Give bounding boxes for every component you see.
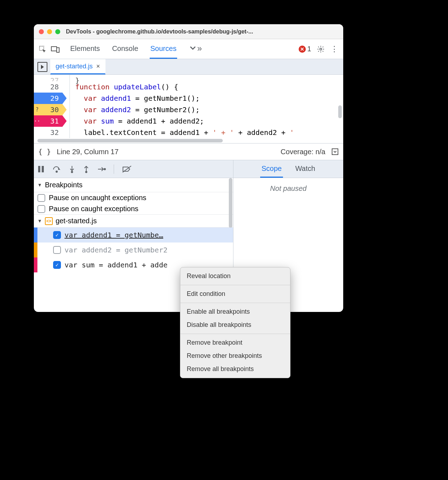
editor-vertical-scrollbar[interactable] xyxy=(338,105,342,118)
error-count[interactable]: ✕ 1 xyxy=(299,45,311,53)
close-icon[interactable] xyxy=(39,29,44,34)
close-tab-icon[interactable]: × xyxy=(96,63,100,70)
pause-icon[interactable] xyxy=(37,165,45,173)
breakpoint-marker-icon xyxy=(34,242,37,257)
collapse-pane-icon[interactable] xyxy=(331,148,339,156)
tab-watch[interactable]: Watch xyxy=(294,160,316,178)
chevron-down-icon: ▼ xyxy=(37,218,42,224)
chevron-down-icon: ▼ xyxy=(37,182,42,188)
breakpoint-entry[interactable]: ✓ var addend1 = getNumbe… xyxy=(34,228,233,242)
step-into-icon[interactable] xyxy=(69,165,75,173)
context-menu: Reveal location Edit condition Enable al… xyxy=(180,267,290,378)
kebab-menu-icon[interactable]: ⋮ xyxy=(330,45,338,54)
svg-point-10 xyxy=(104,168,105,170)
svg-point-8 xyxy=(71,171,73,173)
checkbox-unchecked-icon[interactable] xyxy=(37,205,45,213)
ctx-remove-other[interactable]: Remove other breakpoints xyxy=(180,349,290,362)
editor-horizontal-scrollbar[interactable] xyxy=(34,138,343,143)
breakpoint-file-header[interactable]: ▼ <> get-started.js xyxy=(34,214,233,228)
step-icon[interactable] xyxy=(97,166,106,172)
line-gutter-breakpoint[interactable]: 29 xyxy=(34,93,62,104)
line-gutter-conditional-breakpoint[interactable]: ?30 xyxy=(34,104,62,115)
pane-scrollbar[interactable] xyxy=(229,178,232,228)
svg-rect-4 xyxy=(332,149,338,155)
ctx-remove[interactable]: Remove breakpoint xyxy=(180,336,290,349)
breakpoint-entry[interactable]: var addend2 = getNumber2 xyxy=(34,242,233,257)
not-paused-label: Not paused xyxy=(233,178,343,193)
window-title: DevTools - googlechrome.github.io/devtoo… xyxy=(66,28,253,35)
svg-point-3 xyxy=(320,48,322,50)
titlebar: DevTools - googlechrome.github.io/devtoo… xyxy=(34,24,343,39)
panel-tabs: Elements Console Sources » xyxy=(69,39,203,59)
navigator-toggle-icon[interactable] xyxy=(37,62,47,72)
traffic-lights xyxy=(39,29,60,34)
svg-rect-2 xyxy=(57,48,59,52)
maximize-icon[interactable] xyxy=(55,29,60,34)
js-file-icon: <> xyxy=(45,217,53,225)
minimize-icon[interactable] xyxy=(47,29,52,34)
tab-scope[interactable]: Scope xyxy=(260,160,283,178)
svg-point-7 xyxy=(56,171,57,172)
breakpoints-section[interactable]: ▼ Breakpoints xyxy=(34,178,233,192)
checkbox-unchecked-icon[interactable] xyxy=(53,246,61,254)
settings-icon[interactable] xyxy=(317,45,325,53)
line-gutter-logpoint[interactable]: ··31 xyxy=(34,115,62,127)
line-gutter[interactable]: 28 xyxy=(34,81,62,93)
pretty-print-icon[interactable]: { } xyxy=(38,147,51,156)
ctx-disable-all[interactable]: Disable all breakpoints xyxy=(180,318,290,332)
breakpoint-marker-icon xyxy=(34,257,37,272)
tab-sources[interactable]: Sources xyxy=(150,39,177,59)
breakpoint-label: var addend1 = getNumbe… xyxy=(65,231,230,239)
main-toolbar: Elements Console Sources » ✕ 1 ⋮ xyxy=(34,39,343,59)
debug-controls xyxy=(34,160,233,178)
ctx-edit-condition[interactable]: Edit condition xyxy=(180,287,290,301)
file-tab-get-started[interactable]: get-started.js × xyxy=(50,59,105,74)
svg-rect-5 xyxy=(38,166,40,172)
checkbox-unchecked-icon[interactable] xyxy=(37,194,45,202)
svg-rect-6 xyxy=(42,166,44,172)
tab-elements[interactable]: Elements xyxy=(69,39,101,59)
file-tabs: get-started.js × xyxy=(34,59,343,75)
ctx-enable-all[interactable]: Enable all breakpoints xyxy=(180,305,290,318)
editor-statusbar: { } Line 29, Column 17 Coverage: n/a xyxy=(34,143,343,160)
step-out-icon[interactable] xyxy=(83,165,89,173)
inspect-element-icon[interactable] xyxy=(37,43,48,55)
checkbox-checked-icon[interactable]: ✓ xyxy=(53,231,61,239)
file-tab-label: get-started.js xyxy=(56,63,93,70)
deactivate-breakpoints-icon[interactable] xyxy=(122,165,132,173)
device-mode-icon[interactable] xyxy=(50,43,61,55)
error-badge-icon: ✕ xyxy=(299,46,306,53)
step-over-icon[interactable] xyxy=(52,165,61,173)
scope-watch-tabs: Scope Watch xyxy=(233,160,343,178)
pause-caught-option[interactable]: Pause on caught exceptions xyxy=(34,203,233,214)
line-gutter[interactable]: 32 xyxy=(34,127,62,138)
breakpoint-label: var addend2 = getNumber2 xyxy=(65,246,230,254)
cursor-position: Line 29, Column 17 xyxy=(57,148,118,156)
svg-rect-1 xyxy=(51,47,57,51)
ctx-remove-all[interactable]: Remove all breakpoints xyxy=(180,362,290,376)
checkbox-checked-icon[interactable]: ✓ xyxy=(53,261,61,269)
breakpoint-marker-icon xyxy=(34,228,37,242)
tab-console[interactable]: Console xyxy=(111,39,139,59)
more-tabs-icon[interactable]: » xyxy=(188,39,202,59)
coverage-label: Coverage: n/a xyxy=(280,148,325,156)
code-editor[interactable]: 27 } 28 function updateLabel() { 29 var … xyxy=(34,75,343,138)
ctx-reveal-location[interactable]: Reveal location xyxy=(180,270,290,283)
pause-uncaught-option[interactable]: Pause on uncaught exceptions xyxy=(34,192,233,203)
svg-point-9 xyxy=(86,171,87,173)
